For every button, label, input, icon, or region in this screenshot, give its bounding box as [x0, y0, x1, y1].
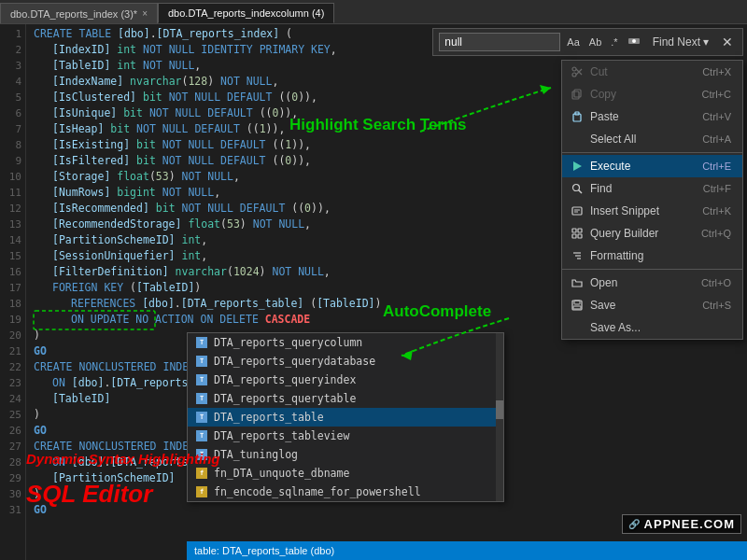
autocomplete-scrollbar-thumb	[496, 400, 503, 419]
svg-rect-25	[573, 306, 581, 309]
menu-selectall-label: Select All	[590, 133, 636, 146]
svg-point-1	[632, 39, 636, 43]
menu-item-paste[interactable]: Paste Ctrl+V	[562, 105, 742, 128]
ac-table-icon-3: T	[195, 373, 208, 386]
menu-snippet-label: Insert Snippet	[590, 204, 659, 217]
find-next-button[interactable]: Find Next ▾	[647, 34, 714, 50]
menu-item-copy[interactable]: Copy Ctrl+C	[562, 83, 742, 105]
paste-icon	[570, 109, 585, 124]
menu-item-formatting[interactable]: Formatting	[562, 245, 742, 267]
ac-item-6-text: DTA_reports_tableview	[214, 429, 349, 442]
menu-querybuilder-shortcut: Ctrl+Q	[701, 228, 731, 239]
menu-copy-shortcut: Ctrl+C	[702, 89, 731, 100]
ac-table-icon-5: T	[195, 411, 208, 424]
menu-paste-shortcut: Ctrl+V	[702, 111, 731, 122]
ac-table-icon-7: T	[195, 448, 208, 461]
ac-item-9-text: fn_encode_sqlname_for_powershell	[214, 485, 421, 498]
tab-bar: dbo.DTA_reports_index (3)* × dbo.DTA_rep…	[0, 0, 747, 24]
menu-formatting-label: Formatting	[590, 249, 643, 262]
svg-rect-6	[574, 90, 581, 97]
menu-item-cut[interactable]: Cut Ctrl+X	[562, 61, 742, 83]
svg-rect-19	[578, 234, 582, 238]
menu-item-find[interactable]: Find Ctrl+F	[562, 177, 742, 200]
ac-item-2-text: DTA_reports_querydatabase	[214, 355, 375, 368]
find-next-label: Find Next	[653, 35, 700, 49]
svg-rect-18	[572, 234, 576, 238]
copy-icon	[570, 87, 585, 102]
autocomplete-scrollbar[interactable]	[496, 333, 503, 501]
ac-item-2[interactable]: T DTA_reports_querydatabase	[188, 352, 503, 371]
highlight-btn[interactable]	[625, 34, 643, 50]
menu-execute-label: Execute	[590, 160, 630, 173]
tab-1-close[interactable]: ×	[142, 8, 148, 19]
execute-icon	[570, 159, 585, 174]
regex-btn[interactable]: .*	[608, 35, 620, 49]
tab-1[interactable]: dbo.DTA_reports_index (3)* ×	[0, 3, 158, 23]
tab-1-label: dbo.DTA_reports_index (3)*	[10, 8, 137, 20]
querybuilder-icon	[570, 226, 585, 241]
line-numbers: 12345 678910 1112131415 1617181920 21222…	[0, 24, 26, 560]
menu-item-open[interactable]: Open Ctrl+O	[562, 272, 742, 294]
menu-saveas-label: Save As...	[590, 321, 641, 334]
find-next-arrow: ▾	[703, 35, 709, 49]
ac-table-icon-2: T	[195, 355, 208, 368]
ac-table-icon-1: T	[195, 336, 208, 349]
ac-fn-icon-1: f	[195, 467, 208, 480]
menu-copy-label: Copy	[590, 88, 616, 101]
menu-save-shortcut: Ctrl+S	[702, 300, 731, 311]
cut-icon	[570, 64, 585, 79]
status-text: table: DTA_reports_table (dbo)	[194, 545, 334, 556]
menu-item-saveas[interactable]: Save As...	[562, 316, 742, 339]
match-case-btn[interactable]: Aa	[564, 35, 582, 49]
find-input[interactable]	[439, 33, 560, 51]
open-icon	[570, 275, 585, 290]
menu-selectall-shortcut: Ctrl+A	[702, 133, 731, 145]
svg-rect-7	[572, 91, 579, 99]
find-toolbar: Aa Ab .* Find Next ▾ ✕	[432, 28, 743, 56]
ac-fn-icon-2: f	[195, 485, 208, 498]
svg-point-11	[573, 185, 580, 191]
context-menu: Cut Ctrl+X Copy Ctrl+C Paste Ctrl+V	[561, 60, 743, 340]
watermark-text: APPNEE.COM	[644, 517, 735, 531]
menu-find-shortcut: Ctrl+F	[703, 183, 731, 194]
watermark: 🔗 APPNEE.COM	[622, 514, 741, 534]
status-bar: table: DTA_reports_table (dbo)	[187, 541, 747, 560]
menu-item-selectall[interactable]: Select All Ctrl+A	[562, 128, 742, 150]
ac-item-6[interactable]: T DTA_reports_tableview	[188, 427, 503, 445]
menu-item-save[interactable]: Save Ctrl+S	[562, 294, 742, 316]
ac-item-5[interactable]: T DTA_reports_table	[188, 408, 503, 427]
ac-item-3-text: DTA_reports_queryindex	[214, 373, 356, 386]
ac-table-icon-6: T	[195, 429, 208, 442]
svg-point-2	[572, 67, 576, 71]
svg-marker-10	[573, 161, 582, 171]
svg-rect-13	[572, 207, 582, 215]
svg-rect-24	[574, 301, 580, 304]
selectall-icon	[570, 132, 585, 147]
ac-item-8[interactable]: f fn_DTA_unquote_dbname	[188, 464, 503, 483]
tab-2[interactable]: dbo.DTA_reports_indexcolumn (4)	[158, 3, 334, 23]
snippet-icon	[570, 203, 585, 218]
autocomplete-dropdown: T DTA_reports_querycolumn T DTA_reports_…	[187, 332, 504, 502]
menu-execute-shortcut: Ctrl+E	[702, 161, 731, 172]
ac-item-1[interactable]: T DTA_reports_querycolumn	[188, 333, 503, 352]
save-icon	[570, 298, 585, 313]
menu-item-snippet[interactable]: Insert Snippet Ctrl+K	[562, 200, 742, 222]
ac-item-3[interactable]: T DTA_reports_queryindex	[188, 371, 503, 389]
find-close-button[interactable]: ✕	[718, 34, 737, 50]
menu-querybuilder-label: Query Builder	[590, 227, 658, 240]
svg-rect-17	[578, 229, 582, 232]
ac-table-icon-4: T	[195, 392, 208, 405]
menu-paste-label: Paste	[590, 110, 619, 123]
svg-point-3	[572, 73, 576, 77]
svg-line-12	[579, 190, 583, 194]
ac-item-5-text: DTA_reports_table	[214, 411, 324, 424]
menu-item-execute[interactable]: Execute Ctrl+E	[562, 155, 742, 177]
menu-cut-shortcut: Ctrl+X	[702, 66, 731, 77]
whole-word-btn[interactable]: Ab	[586, 35, 604, 49]
ac-item-4[interactable]: T DTA_reports_querytable	[188, 389, 503, 408]
ac-item-4-text: DTA_reports_querytable	[214, 392, 356, 405]
ac-item-7[interactable]: T DTA_tuninglog	[188, 445, 503, 464]
ac-item-9[interactable]: f fn_encode_sqlname_for_powershell	[188, 483, 503, 501]
svg-rect-16	[572, 229, 576, 232]
menu-item-querybuilder[interactable]: Query Builder Ctrl+Q	[562, 222, 742, 245]
